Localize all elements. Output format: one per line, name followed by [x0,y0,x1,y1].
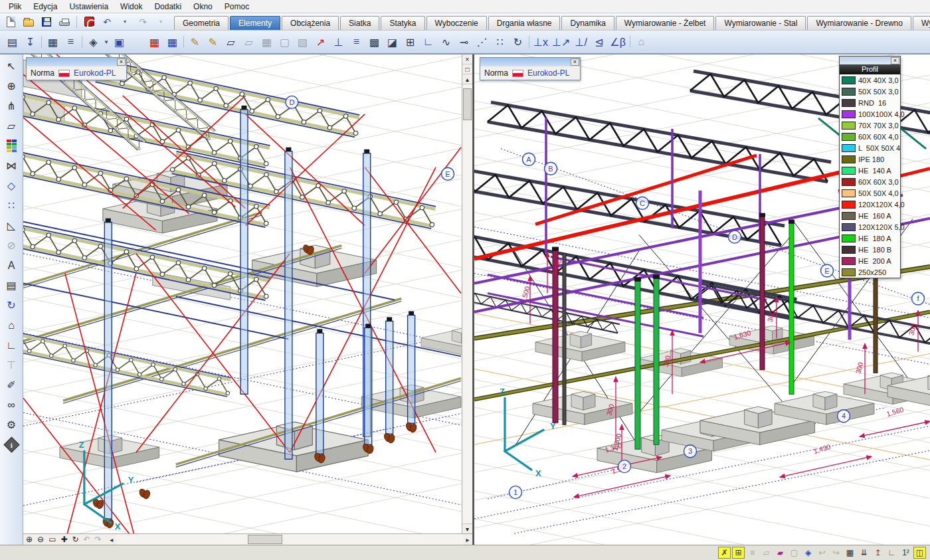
tab-obciazenia[interactable]: Obciążenia [282,16,339,30]
building-view-icon[interactable]: ⌂ [632,33,650,51]
node-rotate-icon[interactable]: ↻ [509,33,527,51]
open-file-button[interactable] [21,15,37,29]
loads-down-icon[interactable]: ⇊ [858,547,870,559]
previous-view-icon[interactable]: ↶ [84,535,90,543]
close-window-button[interactable]: × [462,54,472,64]
close-icon[interactable]: × [117,58,126,66]
renumber-icon[interactable]: ↻ [3,296,21,314]
axis-beta-icon[interactable]: ∠β [608,33,628,51]
axis-bubble-a[interactable]: A [523,153,535,165]
section-contour-icon[interactable]: ▱ [222,33,240,51]
tab-geometria[interactable]: Geometria [174,16,229,30]
redo-button[interactable]: ↷ [135,15,151,29]
zoom-fit-icon[interactable]: ▭ [48,535,56,543]
section-round-icon[interactable]: ▢ [276,33,294,51]
menu-plik[interactable]: Plik [3,1,27,13]
draw-member-icon[interactable]: ✎ [186,33,204,51]
legend-item[interactable]: 50X 50X 4,0 [840,187,900,199]
tab-siatka[interactable]: Siatka [340,16,379,30]
trusses[interactable] [23,54,438,397]
support-linear-icon[interactable]: ≡ [347,33,365,51]
color-palette-icon[interactable] [3,137,21,155]
legend-item[interactable]: 100X100X 4,0 [840,108,900,120]
section-mesh-icon[interactable]: ▦ [258,33,276,51]
dimension-text-icon[interactable]: A [3,256,21,274]
tab-drgania-wlasne[interactable]: Drgania własne [488,16,561,30]
slab-mesh-icon[interactable]: ▩ [365,33,383,51]
layers-icon[interactable]: ▤ [3,276,21,294]
bring-front-icon[interactable]: ▰ [774,547,787,559]
view-capture-icon[interactable]: ▣ [110,33,128,51]
zoom-tools-icon[interactable]: ⊕ [3,77,21,95]
section-box-icon[interactable]: ▧ [294,33,312,51]
units-squared-icon[interactable]: 1² [899,547,912,559]
undo-dropdown[interactable]: ▾ [117,15,133,29]
level-dimension-icon[interactable]: ↧ [21,33,39,51]
horizontal-scrollbar[interactable] [116,534,463,545]
legend-item[interactable]: L 50X 50X 4 [840,142,900,153]
grid-bubble-4[interactable]: 4 [838,410,850,422]
path-redo-icon[interactable]: ↪ [830,547,842,559]
tab-wymiarowanie-stal[interactable]: Wymiarowanie - Stal [715,16,806,30]
legend-item[interactable]: 50X 50X 3,0 [840,86,900,97]
legend-item[interactable]: IPE 180 [840,153,900,165]
snap-grid-icon[interactable]: ∷ [3,197,21,215]
zoom-in-icon[interactable]: ⊕ [26,535,33,543]
legend-item[interactable]: 250x250 [840,266,900,278]
grid-bubble-1[interactable]: 1 [510,486,522,499]
supports-icon[interactable]: ⊤ [3,356,21,374]
move-node-icon[interactable]: ◇ [3,177,21,195]
send-back-icon[interactable]: ▱ [760,547,773,559]
support-hinged-icon[interactable]: ⊥ [329,33,347,51]
undo-button[interactable]: ↶ [99,15,115,29]
scroll-right-button[interactable]: ▸ [463,536,472,543]
viewport-right[interactable]: 1,360 1,590 1,430 1,560 1,630 300 300 30… [473,54,930,545]
measure-icon[interactable]: ◺ [3,217,21,234]
pan-icon[interactable]: ✚ [60,535,67,543]
legend-item[interactable]: 120X120X 5,0 [840,221,900,233]
axis-bubble-e[interactable]: E [442,167,454,180]
frame-3d-icon[interactable]: ⊞ [401,33,419,51]
legend-item[interactable]: RND 16 [840,97,900,108]
grid-snap-toggle-icon[interactable]: ⊞ [732,547,745,559]
tab-wyboczenie[interactable]: Wyboczenie [426,16,487,30]
legend-item[interactable]: 60X 60X 3,0 [840,176,900,187]
axis-bubble-b[interactable]: B [545,162,557,175]
norma-titlebar[interactable]: × [27,58,126,66]
node-handle-icon[interactable]: ◈ [802,547,814,559]
profile-table-steel-icon[interactable]: ▦ [163,33,181,51]
draw-member-support-icon[interactable]: ✎ [204,33,222,51]
tools-icon[interactable]: ⚙ [3,416,21,434]
legend-item[interactable]: HE 180 B [840,244,900,255]
render-toggle-icon[interactable]: ◫ [913,547,926,559]
axis-x-icon[interactable]: ⊥x [531,33,550,51]
paste-area-icon[interactable]: ▢ [788,547,800,559]
close-icon[interactable]: × [891,57,899,64]
node-mesh-icon[interactable]: ∷ [491,33,509,51]
axis-bubble-f[interactable]: f [912,292,925,305]
legend-item[interactable]: 120X120X 4,0 [840,199,900,210]
axis-bubble-e[interactable]: E [821,264,834,277]
axis-strike-icon[interactable]: ⊥/ [572,33,590,51]
axis-bubble-d[interactable]: D [729,231,741,243]
mirror-icon[interactable]: ⋈ [3,157,21,175]
redo-dropdown[interactable]: ▾ [153,15,169,29]
hide-elements-icon[interactable]: ⊘ [3,236,21,254]
scroll-left-button[interactable]: ◂ [107,536,116,543]
horizontal-scroll-thumb[interactable] [248,535,282,544]
axis-bubble-d[interactable]: D [286,96,298,108]
legend-item[interactable]: HE 160 A [840,210,900,221]
highlighter-icon[interactable]: ✐ [3,376,21,394]
tab-wymiarowanie-mur[interactable]: Wymiarowanie - Mur [913,16,930,30]
member-segment-icon[interactable]: ⋰ [473,33,491,51]
grid-bubble-2[interactable]: 2 [618,460,631,473]
menu-edycja[interactable]: Edycja [27,1,63,13]
extrude-icon[interactable]: ⌂ [3,316,21,334]
section-hole-icon[interactable]: ▱ [240,33,258,51]
zoom-out-icon[interactable]: ⊖ [37,535,44,543]
select-pointer-icon[interactable]: ↖ [3,57,21,75]
legend-item[interactable]: 70X 70X 3,0 [840,120,900,131]
tab-statyka[interactable]: Statyka [381,16,424,30]
scroll-down-button[interactable]: ▾ [462,523,472,533]
footings[interactable] [533,326,930,473]
